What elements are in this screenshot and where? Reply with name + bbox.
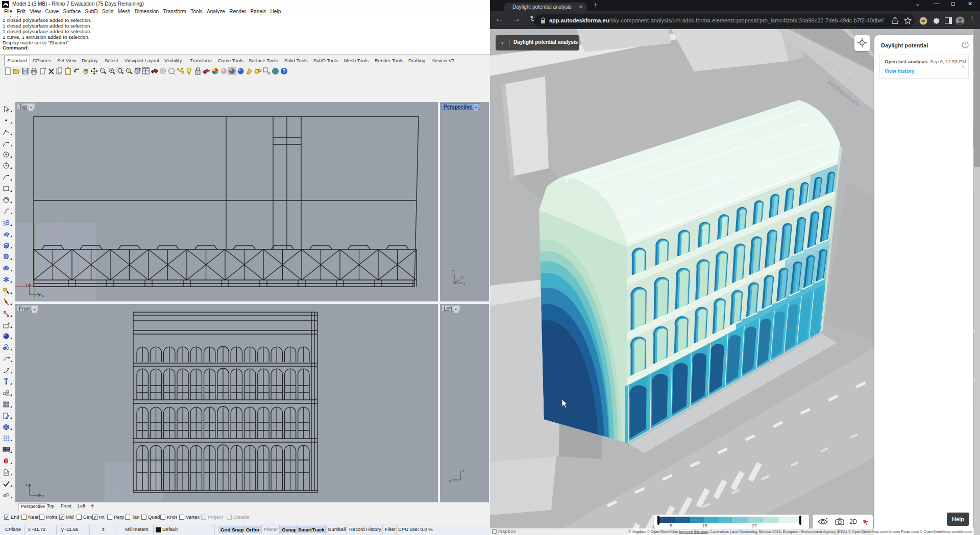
svg-text:x: x (42, 494, 44, 498)
svg-text:x: x (42, 293, 44, 298)
svg-text:?: ? (282, 68, 285, 74)
svg-text:x: x (463, 282, 465, 285)
svg-text:y: y (449, 479, 451, 483)
svg-text:y: y (26, 282, 28, 287)
svg-text:?: ? (964, 42, 966, 47)
svg-text:z: z (452, 269, 454, 273)
svg-text:z: z (462, 469, 464, 473)
svg-text:z: z (26, 482, 28, 487)
svg-text:y: y (461, 275, 463, 279)
